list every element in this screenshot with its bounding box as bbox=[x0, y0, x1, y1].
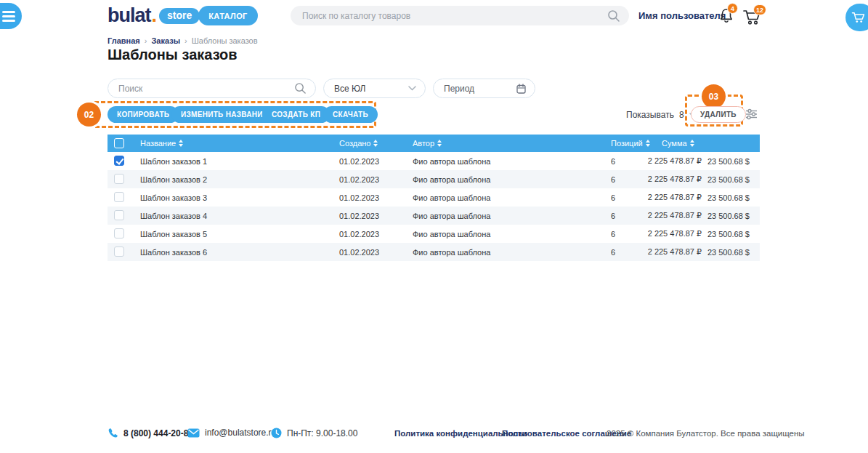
cell-sum-usd: 23 500.68 $ bbox=[681, 152, 750, 170]
row-checkbox[interactable] bbox=[114, 156, 124, 166]
copy-button[interactable]: КОПИРОВАТЬ bbox=[108, 106, 179, 123]
legal-entity-select[interactable]: Все ЮЛ bbox=[323, 79, 426, 98]
row-checkbox[interactable] bbox=[114, 192, 124, 202]
cell-sum-usd: 23 500.68 $ bbox=[681, 243, 750, 261]
col-sum: Сумма bbox=[662, 139, 687, 148]
templates-search-input[interactable] bbox=[118, 84, 294, 94]
chevron-down-icon bbox=[408, 86, 416, 91]
logo[interactable]: bulat . store bbox=[108, 4, 200, 27]
col-positions: Позиций bbox=[611, 139, 643, 148]
sort-icon[interactable] bbox=[646, 140, 650, 147]
table-body: Шаблон заказов 1 01.02.2023 Фио автора ш… bbox=[108, 152, 760, 261]
page: bulat . store КАТАЛОГ Имя пользователя 4… bbox=[0, 0, 868, 453]
table-header: Название Создано Автор Позиций Сумма bbox=[108, 135, 760, 152]
sort-icon[interactable] bbox=[179, 140, 183, 147]
select-all-checkbox[interactable] bbox=[114, 138, 124, 148]
search-icon bbox=[294, 82, 307, 95]
page-size-value: 8 bbox=[679, 110, 684, 120]
catalog-search-input[interactable] bbox=[302, 11, 607, 21]
table-row: Шаблон заказов 5 01.02.2023 Фио автора ш… bbox=[108, 225, 760, 243]
cell-sum-usd: 23 500.68 $ bbox=[681, 170, 750, 188]
delete-button[interactable]: УДАЛИТЬ bbox=[691, 106, 746, 123]
cell-sum-usd: 23 500.68 $ bbox=[681, 207, 750, 225]
page-size-select[interactable]: Показывать 8 bbox=[626, 110, 697, 120]
table-row: Шаблон заказов 6 01.02.2023 Фио автора ш… bbox=[108, 243, 760, 261]
phone-icon bbox=[108, 428, 118, 438]
cell-created: 01.02.2023 bbox=[339, 170, 379, 188]
breadcrumb-separator: › bbox=[184, 36, 187, 45]
cell-name: Шаблон заказов 4 bbox=[140, 207, 207, 225]
breadcrumb-orders[interactable]: Заказы bbox=[151, 36, 180, 45]
period-picker[interactable]: Период bbox=[433, 79, 535, 98]
page-title: Шаблоны заказов bbox=[108, 47, 238, 63]
copyright: 2025 © Компания Булатстор. Все права защ… bbox=[607, 429, 805, 438]
cell-name: Шаблон заказов 1 bbox=[140, 152, 207, 170]
cart-button[interactable]: 12 bbox=[742, 9, 762, 25]
envelope-icon bbox=[187, 428, 200, 438]
annotation-badge-03: 03 bbox=[702, 84, 726, 108]
templates-search[interactable] bbox=[108, 79, 316, 98]
clock-icon bbox=[271, 428, 282, 438]
cell-author: Фио автора шаблона bbox=[413, 188, 490, 207]
cell-author: Фио автора шаблона bbox=[413, 152, 490, 170]
cell-created: 01.02.2023 bbox=[339, 225, 379, 243]
cell-author: Фио автора шаблона bbox=[413, 243, 490, 261]
logo-word: bulat bbox=[108, 4, 151, 27]
cell-created: 01.02.2023 bbox=[339, 243, 379, 261]
logo-store-pill: store bbox=[159, 8, 200, 24]
cell-author: Фио автора шаблона bbox=[413, 170, 490, 188]
templates-table: Название Создано Автор Позиций Сумма Шаб… bbox=[108, 135, 760, 261]
sort-icon[interactable] bbox=[437, 140, 442, 147]
col-author: Автор bbox=[413, 139, 434, 148]
cell-created: 01.02.2023 bbox=[339, 152, 379, 170]
footer-phone[interactable]: 8 (800) 444-20-89 bbox=[108, 428, 193, 438]
cell-created: 01.02.2023 bbox=[339, 207, 379, 225]
sort-icon[interactable] bbox=[690, 140, 694, 147]
calendar-icon bbox=[516, 84, 526, 94]
logo-dot: . bbox=[152, 4, 158, 27]
row-checkbox[interactable] bbox=[114, 228, 124, 238]
notifications-button[interactable]: 4 bbox=[718, 7, 734, 24]
cell-name: Шаблон заказов 6 bbox=[140, 243, 207, 261]
col-created: Создано bbox=[339, 139, 370, 148]
download-button[interactable]: СКАЧАТЬ bbox=[323, 106, 378, 123]
sort-icon[interactable] bbox=[373, 140, 378, 147]
breadcrumb-separator: › bbox=[145, 36, 147, 45]
cell-author: Фио автора шаблона bbox=[413, 225, 490, 243]
floating-menu-button[interactable] bbox=[0, 3, 22, 29]
catalog-button[interactable]: КАТАЛОГ bbox=[198, 6, 258, 25]
col-name: Название bbox=[140, 139, 176, 148]
floating-cart-widget[interactable] bbox=[845, 4, 868, 31]
table-row: Шаблон заказов 2 01.02.2023 Фио автора ш… bbox=[108, 170, 760, 188]
search-icon bbox=[607, 9, 620, 23]
table-row: Шаблон заказов 4 01.02.2023 Фио автора ш… bbox=[108, 207, 760, 225]
row-checkbox[interactable] bbox=[114, 246, 124, 257]
cart-badge: 12 bbox=[753, 4, 766, 15]
cell-name: Шаблон заказов 3 bbox=[140, 188, 207, 207]
breadcrumb-home[interactable]: Главная bbox=[108, 36, 140, 45]
table-row: Шаблон заказов 3 01.02.2023 Фио автора ш… bbox=[108, 188, 760, 207]
cell-sum-usd: 23 500.68 $ bbox=[681, 225, 750, 243]
create-kp-button[interactable]: СОЗДАТЬ КП bbox=[262, 106, 330, 123]
cell-author: Фио автора шаблона bbox=[413, 207, 490, 225]
row-checkbox[interactable] bbox=[114, 174, 124, 184]
row-checkbox[interactable] bbox=[114, 210, 124, 220]
footer-email-text: info@bulatstore.ru bbox=[205, 428, 276, 438]
footer-hours-text: Пн-Пт: 9.00-18.00 bbox=[287, 428, 357, 438]
cell-sum-usd: 23 500.68 $ bbox=[681, 188, 750, 207]
legal-entity-value: Все ЮЛ bbox=[334, 84, 408, 94]
breadcrumb-current: Шаблоны заказов bbox=[192, 36, 258, 45]
cart-white-icon bbox=[851, 11, 866, 24]
breadcrumb: Главная › Заказы › Шаблоны заказов bbox=[108, 36, 258, 45]
cell-name: Шаблон заказов 5 bbox=[140, 225, 207, 243]
table-settings-icon[interactable] bbox=[745, 108, 758, 120]
rename-button[interactable]: ИЗМЕНИТЬ НАЗВАНИЕ bbox=[171, 106, 277, 123]
footer-phone-text: 8 (800) 444-20-89 bbox=[123, 428, 193, 438]
footer-hours: Пн-Пт: 9.00-18.00 bbox=[271, 428, 357, 438]
cell-name: Шаблон заказов 2 bbox=[140, 170, 207, 188]
hamburger-icon bbox=[2, 11, 15, 22]
user-name[interactable]: Имя пользователя bbox=[638, 10, 726, 21]
page-size-label: Показывать bbox=[626, 110, 674, 120]
footer-email[interactable]: info@bulatstore.ru bbox=[187, 428, 276, 438]
catalog-search[interactable] bbox=[291, 6, 629, 25]
